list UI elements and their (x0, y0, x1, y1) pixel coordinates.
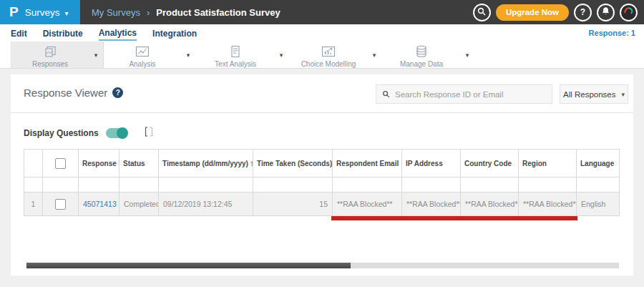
user-avatar[interactable] (620, 4, 638, 21)
responses-table: Response ID▼ Status Timestamp (dd/mm/yyy… (24, 149, 620, 216)
responses-icon (42, 44, 58, 59)
column-header-response-id[interactable]: Response ID▼ (79, 150, 119, 177)
region-cell: **RAA Blocked** (519, 193, 577, 216)
display-questions-toggle[interactable] (106, 128, 127, 138)
filter-cell-status[interactable] (119, 177, 159, 193)
breadcrumb: My Surveys › Product Satisfaction Survey (92, 7, 280, 18)
breadcrumb-current-survey: Product Satisfaction Survey (156, 7, 280, 18)
row-select-cell (43, 193, 79, 216)
filter-cell-region[interactable] (519, 177, 577, 193)
search-button[interactable] (473, 4, 491, 21)
filter-cell-country-code[interactable] (461, 177, 519, 193)
chevron-down-icon: ▾ (621, 91, 625, 98)
horizontal-scrollbar-thumb[interactable] (26, 263, 351, 268)
app-window: P Surveys ▾ My Surveys › Product Satisfa… (0, 0, 644, 287)
chevron-down-icon[interactable]: ▾ (89, 52, 103, 59)
table-row: 1 45071413 Completed 09/12/2019 13:12:45… (24, 193, 620, 216)
toolbar-item-manage-data[interactable]: Manage Data ▾ (383, 42, 476, 68)
breadcrumb-my-surveys[interactable]: My Surveys (92, 7, 140, 18)
breadcrumb-separator-icon: › (147, 7, 150, 18)
text-document-icon (228, 44, 243, 59)
tab-analytics[interactable]: Analytics (99, 26, 137, 41)
response-id-cell: 45071413 (79, 193, 119, 216)
tab-integration[interactable]: Integration (152, 26, 197, 40)
redaction-highlight-line (331, 216, 577, 220)
display-controls: Display Questions (24, 126, 155, 140)
timestamp-cell: 09/12/2019 13:12:45 (159, 193, 253, 216)
table-header-row: Response ID▼ Status Timestamp (dd/mm/yyy… (24, 150, 620, 177)
filter-cell-respondent-email[interactable] (333, 177, 402, 193)
brand-logo: P (9, 4, 19, 20)
display-questions-label: Display Questions (24, 128, 99, 138)
response-search (376, 84, 552, 104)
chevron-down-icon[interactable]: ▾ (460, 52, 474, 59)
toolbar-item-analysis[interactable]: Analysis ▾ (104, 42, 197, 68)
upgrade-now-button[interactable]: Upgrade Now (496, 4, 569, 21)
bar-chart-icon (321, 44, 336, 59)
database-icon (414, 44, 429, 59)
avatar-image (623, 5, 635, 20)
country-code-cell: **RAA Blocked** (461, 193, 519, 216)
tab-edit[interactable]: Edit (11, 26, 27, 40)
toolbar-item-choice-modelling[interactable]: Choice Modelling ▾ (290, 42, 383, 68)
filter-cell-language[interactable] (577, 177, 620, 193)
product-menu-label: Surveys (25, 7, 60, 18)
language-cell: English (577, 193, 620, 216)
chevron-down-icon[interactable]: ▾ (274, 52, 288, 59)
toolbar-item-responses[interactable]: Responses ▾ (11, 42, 104, 68)
notifications-button[interactable] (597, 4, 615, 21)
bell-icon (601, 6, 610, 18)
survey-nav-tabs: Edit Distribute Analytics Integration Re… (0, 24, 644, 42)
chevron-down-icon[interactable]: ▾ (367, 52, 381, 59)
toggle-knob (117, 127, 128, 139)
top-actions: Upgrade Now ? (473, 4, 644, 21)
tab-distribute[interactable]: Distribute (43, 26, 83, 40)
filter-cell-timestamp[interactable] (159, 177, 253, 193)
chevron-down-icon: ▾ (64, 9, 68, 17)
column-picker-icon[interactable] (143, 126, 155, 140)
toolbar-item-text-analysis[interactable]: Text Analysis ▾ (197, 42, 290, 68)
respondent-email-cell: **RAA Blocked** (333, 193, 402, 216)
chevron-down-icon[interactable]: ▾ (181, 52, 195, 59)
top-bar: P Surveys ▾ My Surveys › Product Satisfa… (0, 0, 644, 24)
table-filter-row (24, 177, 620, 193)
horizontal-scrollbar-track[interactable] (26, 263, 619, 268)
ip-address-cell: **RAA Blocked** (402, 193, 461, 216)
column-header-region: Region (519, 150, 577, 177)
page-title: Response Viewer ? (24, 87, 123, 99)
search-icon (477, 7, 486, 18)
analytics-toolbar: Responses ▾ Analysis ▾ Text Analysis ▾ (0, 42, 644, 69)
sort-icon: ⇅ (250, 160, 253, 167)
row-number-cell: 1 (24, 193, 43, 216)
product-switcher[interactable]: P Surveys ▾ (0, 0, 80, 24)
filter-cell-ip-address[interactable] (402, 177, 461, 193)
question-mark-icon: ? (580, 7, 585, 17)
column-header-country-code: Country Code (461, 150, 519, 177)
column-header-respondent-email: Respondent Email (333, 150, 402, 177)
filter-cell-time-taken[interactable] (253, 177, 333, 193)
column-header-status: Status (119, 150, 159, 177)
response-id-link[interactable]: 45071413 (83, 200, 117, 208)
line-chart-icon (135, 44, 150, 59)
filter-cell-response-id[interactable] (79, 177, 119, 193)
column-header-time-taken[interactable]: Time Taken (Seconds)⇅ (253, 150, 333, 177)
column-header-ip-address: IP Address (402, 150, 461, 177)
viewer-header: Response Viewer ? All Responses ▾ (11, 74, 633, 113)
select-all-header (43, 150, 79, 177)
help-button[interactable]: ? (574, 4, 592, 21)
time-taken-cell: 15 (253, 193, 333, 216)
row-number-header (24, 150, 43, 177)
help-icon[interactable]: ? (112, 87, 123, 98)
row-checkbox[interactable] (55, 199, 66, 210)
search-input[interactable] (395, 90, 546, 99)
select-all-checkbox[interactable] (55, 158, 66, 169)
column-header-language: Language (577, 150, 620, 177)
column-header-timestamp[interactable]: Timestamp (dd/mm/yyyy)⇅ (159, 150, 253, 177)
status-cell: Completed (119, 193, 159, 216)
search-icon (382, 88, 390, 101)
response-count-label: Response: 1 (589, 29, 635, 37)
responses-filter-dropdown[interactable]: All Responses ▾ (560, 84, 628, 104)
